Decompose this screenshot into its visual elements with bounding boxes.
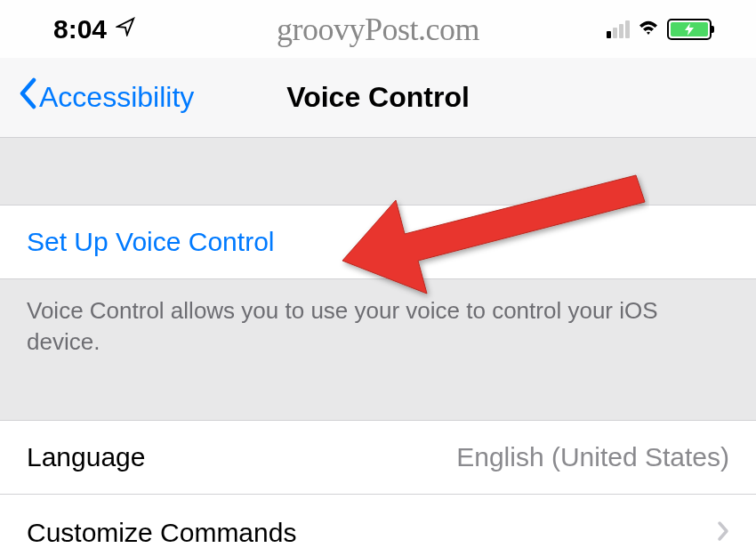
cellular-signal-icon	[607, 20, 630, 38]
customize-label: Customize Commands	[27, 518, 296, 548]
watermark-text: groovyPost.com	[277, 11, 479, 48]
navigation-bar: Accessibility Voice Control	[0, 58, 756, 138]
section-spacer	[0, 138, 756, 205]
setup-label: Set Up Voice Control	[27, 227, 274, 257]
section-spacer	[0, 374, 756, 420]
language-value: English (United States)	[456, 442, 729, 472]
wifi-icon	[637, 17, 660, 42]
back-label: Accessibility	[39, 81, 194, 114]
status-icons	[607, 17, 712, 42]
status-time: 8:04	[53, 14, 107, 44]
location-icon	[116, 17, 135, 42]
page-title: Voice Control	[286, 81, 470, 114]
setup-description: Voice Control allows you to use your voi…	[0, 279, 756, 374]
back-button[interactable]: Accessibility	[18, 77, 194, 117]
setup-voice-control-button[interactable]: Set Up Voice Control	[0, 205, 756, 279]
language-label: Language	[27, 442, 145, 472]
status-bar: 8:04 groovyPost.com	[0, 0, 756, 58]
chevron-left-icon	[18, 77, 37, 117]
chevron-right-icon	[717, 516, 729, 548]
customize-commands-row[interactable]: Customize Commands	[0, 494, 756, 548]
language-row[interactable]: Language English (United States)	[0, 420, 756, 494]
battery-icon	[667, 19, 712, 40]
